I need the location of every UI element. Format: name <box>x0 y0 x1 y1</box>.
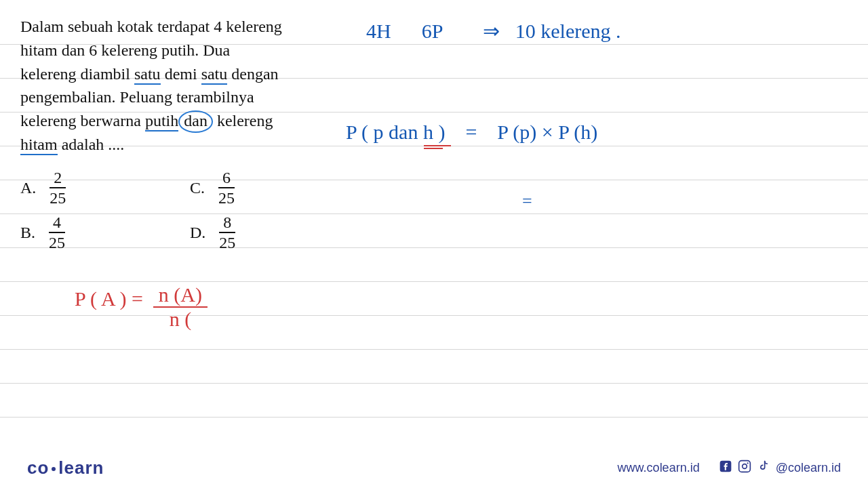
question-line: kelereng berwarna <box>20 112 145 129</box>
option-letter: A. <box>20 179 36 197</box>
hand-text: P ( p dan h ) <box>346 121 445 143</box>
option-letter: B. <box>20 224 35 242</box>
handwritten-equation: P ( p dan h ) = P (p) × P (h) <box>346 121 597 144</box>
option-d: D. 8 25 <box>190 214 359 251</box>
footer-right: www.colearn.id @colearn.id <box>618 460 841 476</box>
logo-text: learn <box>58 458 104 479</box>
svg-rect-1 <box>738 460 750 472</box>
social-handle: @colearn.id <box>776 461 841 475</box>
question-line: adalah .... <box>58 136 125 153</box>
option-letter: D. <box>190 224 205 242</box>
facebook-icon <box>719 460 732 476</box>
option-row: A. 2 25 C. 6 25 <box>20 165 359 210</box>
logo-dot-icon <box>52 467 56 471</box>
hand-text: 4H <box>366 20 391 42</box>
fraction-numerator: 6 <box>218 169 235 188</box>
handwritten-fraction: n (A) n ( <box>153 285 208 329</box>
question-line: demi <box>161 65 201 83</box>
option-c: C. 6 25 <box>190 169 359 206</box>
tiktok-icon <box>757 460 770 476</box>
fraction: 4 25 <box>45 214 69 251</box>
fraction-denominator: n ( <box>164 308 197 329</box>
rule-line <box>0 383 868 384</box>
rule-line <box>0 417 868 418</box>
option-b: B. 4 25 <box>20 214 190 251</box>
fraction-denominator: 25 <box>45 188 70 206</box>
question-line: kelereng diambil <box>20 65 134 83</box>
fraction-denominator: 25 <box>45 233 69 251</box>
fraction: 2 25 <box>45 169 70 206</box>
footer-bar: co learn www.colearn.id @colearn.id <box>0 447 868 488</box>
hand-text: P (p) × P (h) <box>497 121 597 143</box>
underline-word: putih <box>145 112 178 131</box>
arrow-icon: ⇒ <box>483 20 500 42</box>
handwritten-note: 4H 6P ⇒ 10 kelereng . <box>366 19 621 43</box>
option-a: A. 2 25 <box>20 169 190 206</box>
hand-text: 6P <box>422 20 443 42</box>
logo-text: co <box>27 458 49 479</box>
underline-word: satu <box>201 65 228 85</box>
question-line: kelereng <box>213 112 273 129</box>
option-letter: C. <box>190 179 205 197</box>
question-line: Dalam sebuah kotak terdapat 4 kelereng <box>20 18 282 35</box>
svg-point-3 <box>747 462 748 464</box>
question-line: dengan <box>227 65 278 83</box>
fraction-denominator: 25 <box>214 188 239 206</box>
hand-text: 10 kelereng . <box>515 20 621 42</box>
fraction: 8 25 <box>215 214 239 251</box>
instagram-icon <box>738 460 751 476</box>
page-root: Dalam sebuah kotak terdapat 4 kelereng h… <box>0 0 868 488</box>
fraction-numerator: 8 <box>219 214 235 233</box>
hand-text: P ( A ) = <box>75 287 143 310</box>
handwritten-formula: P ( A ) = n (A) n ( <box>75 285 208 329</box>
question-line: hitam dan 6 kelereng putih. Dua <box>20 41 230 59</box>
brand-logo: co learn <box>27 458 104 479</box>
svg-point-2 <box>742 464 747 468</box>
hand-text: = <box>522 191 532 211</box>
red-underline-icon <box>424 145 451 149</box>
underline-word: satu <box>134 65 161 85</box>
underline-word: hitam <box>20 136 58 155</box>
footer-url: www.colearn.id <box>618 461 700 475</box>
rule-line <box>0 349 868 350</box>
circled-word: dan <box>178 110 213 132</box>
answer-options: A. 2 25 C. 6 25 B. 4 25 <box>20 165 359 255</box>
fraction: 6 25 <box>214 169 239 206</box>
fraction-numerator: 4 <box>49 214 65 233</box>
fraction-numerator: n (A) <box>153 285 208 308</box>
hand-text: = <box>465 121 477 143</box>
fraction-denominator: 25 <box>215 233 239 251</box>
rule-line <box>0 281 868 282</box>
social-group: @colearn.id <box>719 460 841 476</box>
question-line: pengembalian. Peluang terambilnya <box>20 88 254 106</box>
option-row: B. 4 25 D. 8 25 <box>20 210 359 255</box>
handwritten-equals: = <box>522 191 532 211</box>
fraction-numerator: 2 <box>50 169 66 188</box>
question-text: Dalam sebuah kotak terdapat 4 kelereng h… <box>20 15 302 157</box>
